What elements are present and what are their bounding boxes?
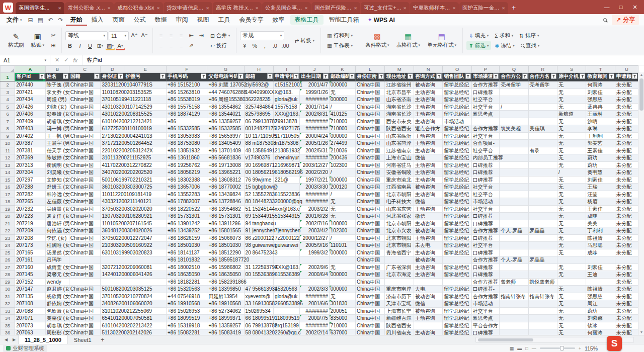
add-sheet-button[interactable]: + <box>98 335 108 344</box>
cell[interactable]: 未分配 <box>615 198 638 206</box>
cell[interactable] <box>500 329 528 335</box>
cell[interactable]: / <box>500 103 528 111</box>
cell[interactable]: 207165 <box>15 249 46 256</box>
cell[interactable]: 91 jennychen <box>244 227 273 235</box>
cell[interactable]: 340826200106060020 <box>101 300 124 308</box>
cell[interactable]: +86 15731301 <box>207 213 244 220</box>
cell[interactable]: 新疆维吾尔 <box>385 315 414 322</box>
cell[interactable] <box>528 315 557 322</box>
cell[interactable]: 无 <box>557 286 586 293</box>
cell[interactable]: 杨眉 <box>586 198 615 206</box>
cell[interactable]: +86 13954682 <box>207 205 244 213</box>
cell[interactable]: 主动咨询 <box>414 169 442 177</box>
row-header[interactable]: 4 <box>1 96 15 104</box>
cell[interactable]: 58 08041320 <box>244 329 273 335</box>
cell[interactable]: China中国 <box>356 184 385 191</box>
cell[interactable] <box>500 184 528 191</box>
cell[interactable]: 6180562196 <box>274 169 300 177</box>
cell[interactable]: 207381 <box>15 147 46 154</box>
cell[interactable] <box>500 220 528 227</box>
cell[interactable] <box>124 154 167 162</box>
cell[interactable]: 无 <box>329 263 355 271</box>
sheet-tab[interactable]: 11_28_5_1000 <box>18 335 68 344</box>
cell[interactable]: 未分配 <box>615 111 638 118</box>
table-style-button[interactable]: ▦ 表格样式▾ <box>393 32 423 50</box>
row-header[interactable]: 30 <box>1 286 15 293</box>
header-cell[interactable]: 父母电话号码 <box>207 73 244 81</box>
cell[interactable]: 留学总经纪 <box>443 263 471 271</box>
cell[interactable]: China中国 <box>69 322 101 329</box>
cell[interactable] <box>69 278 101 286</box>
row-header[interactable]: 10 <box>1 140 15 147</box>
cell[interactable]: +86 13728846 <box>207 198 244 206</box>
cell[interactable] <box>124 111 167 118</box>
cell[interactable]: 陕西省西安 <box>385 322 414 329</box>
header-cell[interactable]: 教育顾问 <box>586 73 615 81</box>
cell[interactable]: 未分配 <box>615 271 638 279</box>
cell[interactable]: 207409 <box>15 118 46 125</box>
cell[interactable] <box>124 227 167 235</box>
cell[interactable]: 主动咨询 <box>414 191 442 198</box>
cell[interactable] <box>500 111 528 118</box>
cell[interactable] <box>500 118 528 125</box>
cell[interactable]: 69 15344915 <box>244 213 273 220</box>
cell[interactable]: 无 <box>557 132 586 140</box>
cell[interactable]: 2003/2/2 <box>300 205 329 213</box>
cell[interactable]: +86 13053983 <box>167 132 207 140</box>
cell[interactable]: China中国 <box>69 118 101 125</box>
cell[interactable] <box>124 184 167 191</box>
cell[interactable]: 未分配 <box>615 132 638 140</box>
cell[interactable]: +86 13552283 <box>167 191 207 198</box>
cell[interactable]: 无 <box>557 329 586 335</box>
row-header[interactable]: 22 <box>1 227 15 235</box>
cell[interactable]: 天津市宝坻 <box>385 300 414 308</box>
cell[interactable] <box>528 242 557 249</box>
cell[interactable]: 无 <box>557 242 586 249</box>
header-cell[interactable]: 姓名 <box>45 73 69 81</box>
cell[interactable]: 刘素佳 <box>586 176 615 184</box>
cell[interactable]: ######## <box>300 307 329 315</box>
cell[interactable]: 207161 <box>15 256 46 264</box>
zoom-in-icon[interactable]: + <box>579 346 581 351</box>
header-cell[interactable]: 市场渠道 <box>471 73 499 81</box>
filter-button[interactable]: 筛选▾ <box>466 41 492 50</box>
cell[interactable]: 110112200109181419 <box>101 191 124 198</box>
cell[interactable]: 留学总经纪 <box>443 242 471 249</box>
cell[interactable] <box>101 278 124 286</box>
cell[interactable]: +86 18056219 <box>167 169 207 177</box>
cell[interactable]: 430102200208315525 <box>101 111 124 118</box>
cell[interactable]: 207402 <box>15 132 46 140</box>
cell[interactable] <box>528 249 557 256</box>
cell[interactable]: 207434 <box>15 96 46 104</box>
cell[interactable]: 山东省东营 <box>385 205 414 213</box>
cell[interactable]: 口碑推荐 <box>471 213 499 220</box>
cell[interactable]: 未分配 <box>615 176 638 184</box>
row-header[interactable]: 34 <box>1 315 15 322</box>
copy-button[interactable]: ⊞ <box>49 41 58 50</box>
cell[interactable]: +86 52734062 <box>207 307 244 315</box>
cell[interactable]: 陈祖清 <box>586 286 615 293</box>
header-cell[interactable]: 合作方名 <box>528 73 557 81</box>
cell[interactable]: +86 13657006 <box>167 184 207 191</box>
cell[interactable]: +86 15083419 <box>207 329 244 335</box>
cell[interactable]: +86 13701409 <box>207 147 244 154</box>
cell[interactable] <box>528 169 557 177</box>
sogou-input-icon[interactable]: S <box>607 336 622 351</box>
cell[interactable]: 无 <box>557 322 586 329</box>
cell[interactable]: 无 <box>557 140 586 147</box>
cell[interactable]: +86 13439824 <box>207 191 244 198</box>
cell[interactable] <box>124 315 167 322</box>
sheet-nav-right-icon[interactable]: ▶ <box>10 335 18 344</box>
cell[interactable]: 213851932 <box>274 147 300 154</box>
indent-increase-icon[interactable]: ⇥ <box>197 31 206 40</box>
cell[interactable]: 未分配 <box>615 169 638 177</box>
cell[interactable]: 被动咨询 <box>414 227 442 235</box>
cell[interactable]: China中国 <box>356 96 385 104</box>
cell[interactable]: China中国 <box>356 147 385 154</box>
cell[interactable]: China中国 <box>356 169 385 177</box>
cell[interactable]: 何丽涛 <box>586 329 615 335</box>
filter-dropdown-button[interactable] <box>551 73 556 79</box>
cell[interactable]: China中国 <box>356 249 385 256</box>
cell[interactable]: 47 956613934 <box>244 286 273 293</box>
scroll-down-icon[interactable]: ▼ <box>638 330 644 335</box>
